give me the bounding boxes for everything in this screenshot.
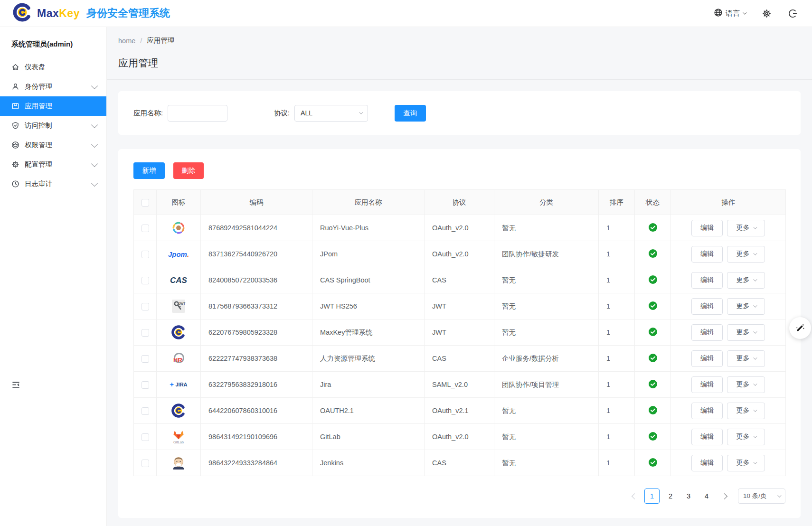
next-page-icon[interactable] [721, 493, 727, 499]
language-selector[interactable]: 语言 [714, 8, 746, 19]
app-name-input[interactable] [168, 105, 227, 122]
more-button[interactable]: 更多 [727, 220, 765, 236]
more-button[interactable]: 更多 [727, 403, 765, 419]
edit-button[interactable]: 编辑 [691, 298, 723, 315]
row-checkbox[interactable] [142, 460, 149, 467]
chevron-down-icon [91, 121, 98, 128]
page-button-2[interactable]: 2 [663, 488, 678, 504]
top-header: MaxKey 身份安全管理系统 语言 [0, 0, 812, 27]
row-checkbox[interactable] [142, 251, 149, 258]
logout-button[interactable] [788, 9, 798, 19]
sidebar-item-6[interactable]: 日志审计 [0, 174, 106, 194]
delete-button[interactable]: 删除 [173, 162, 204, 179]
chevron-down-icon [753, 225, 757, 229]
breadcrumb-home-link[interactable]: home [118, 37, 135, 45]
select-all-checkbox[interactable] [142, 199, 149, 207]
protocol-cell: CAS [425, 450, 494, 476]
sidebar-item-5[interactable]: 配置管理 [0, 155, 106, 174]
row-checkbox[interactable] [142, 381, 149, 389]
page-button-1[interactable]: 1 [644, 488, 660, 504]
settings-button[interactable] [762, 9, 772, 19]
page-button-3[interactable]: 3 [681, 488, 696, 504]
actions-cell: 编辑 更多 [671, 293, 786, 319]
edit-button[interactable]: 编辑 [691, 246, 723, 263]
menu-fold-icon [11, 380, 20, 389]
edit-button[interactable]: 编辑 [691, 429, 723, 445]
more-button[interactable]: 更多 [727, 272, 765, 289]
protocol-select[interactable]: ALL [294, 105, 368, 122]
toolbar: 新增 删除 [133, 162, 785, 179]
more-button[interactable]: 更多 [727, 455, 765, 471]
sidebar-item-label: 权限管理 [25, 141, 92, 150]
chevron-down-icon [753, 460, 757, 464]
sidebar-item-label: 身份管理 [25, 82, 92, 91]
add-button[interactable]: 新增 [133, 162, 165, 179]
table-header-row: 图标 编码 应用名称 协议 分类 排序 状态 操作 [134, 190, 786, 215]
row-select-cell [134, 293, 157, 319]
sidebar-item-3[interactable]: 访问控制 [0, 116, 106, 135]
more-button[interactable]: 更多 [727, 350, 765, 367]
search-button[interactable]: 查询 [395, 105, 426, 122]
row-checkbox[interactable] [142, 329, 149, 337]
chevron-down-icon [753, 329, 757, 333]
jpom-app-icon: Jpom. [157, 251, 200, 258]
status-cell [635, 215, 671, 241]
more-button[interactable]: 更多 [727, 376, 765, 393]
chevron-down-icon [91, 141, 98, 147]
row-checkbox[interactable] [142, 433, 149, 441]
row-checkbox[interactable] [142, 303, 149, 310]
app-code-cell: 986432249333284864 [201, 450, 312, 476]
more-button[interactable]: 更多 [727, 324, 765, 341]
sidebar-item-4[interactable]: 权限管理 [0, 135, 106, 155]
prev-page-icon[interactable] [632, 493, 638, 499]
row-checkbox[interactable] [142, 277, 149, 284]
sidebar: 系统管理员(admin) 仪表盘 身份管理 应用管理 访问控制 权限管理 配置管… [0, 27, 107, 526]
maxkey-logo-icon [12, 2, 32, 24]
actions-cell: 编辑 更多 [671, 450, 786, 476]
sidebar-item-0[interactable]: 仪表盘 [0, 57, 106, 77]
magic-wand-fab[interactable] [789, 317, 811, 339]
row-checkbox[interactable] [142, 407, 149, 415]
chevron-down-icon [753, 382, 757, 385]
page-button-4[interactable]: 4 [699, 488, 714, 504]
status-cell [635, 319, 671, 346]
globe-icon [714, 8, 723, 19]
sidebar-item-label: 日志审计 [25, 179, 92, 188]
edit-button[interactable]: 编辑 [691, 324, 723, 341]
app-name-cell: JWT HS256 [312, 293, 425, 319]
app-code-cell: 622227747938373638 [201, 346, 312, 372]
column-header-sort: 排序 [599, 190, 635, 215]
edit-button[interactable]: 编辑 [691, 403, 723, 419]
app-name-cell: MaxKey管理系统 [312, 319, 425, 346]
sidebar-collapse-button[interactable] [11, 380, 20, 391]
edit-button[interactable]: 编辑 [691, 350, 723, 367]
sidebar-item-1[interactable]: 身份管理 [0, 77, 106, 96]
row-select-cell [134, 215, 157, 241]
row-checkbox[interactable] [142, 355, 149, 363]
magic-wand-icon [794, 322, 806, 334]
page-size-select[interactable]: 10 条/页 [738, 488, 785, 504]
svg-text:HR: HR [173, 357, 182, 364]
more-button[interactable]: 更多 [727, 246, 765, 263]
row-select-cell [134, 450, 157, 476]
more-button[interactable]: 更多 [727, 429, 765, 445]
protocol-cell: SAML_v2.0 [425, 372, 494, 398]
workspace: 系统管理员(admin) 仪表盘 身份管理 应用管理 访问控制 权限管理 配置管… [0, 27, 812, 526]
page-size-value: 10 条/页 [743, 492, 767, 500]
column-header-status: 状态 [635, 190, 671, 215]
brand-key: Key [59, 7, 80, 19]
edit-button[interactable]: 编辑 [691, 455, 723, 471]
status-cell [635, 372, 671, 398]
sidebar-item-label: 配置管理 [25, 160, 92, 169]
column-header-icon: 图标 [157, 190, 201, 215]
more-button[interactable]: 更多 [727, 298, 765, 315]
sidebar-item-2[interactable]: 应用管理 [0, 96, 106, 116]
app-icon-cell: GitLab [157, 424, 201, 450]
row-checkbox[interactable] [142, 225, 149, 232]
edit-button[interactable]: 编辑 [691, 220, 723, 236]
protocol-cell: OAuth_v2.0 [425, 424, 494, 450]
actions-cell: 编辑 更多 [671, 346, 786, 372]
edit-button[interactable]: 编辑 [691, 376, 723, 393]
sort-cell: 1 [599, 319, 635, 346]
edit-button[interactable]: 编辑 [691, 272, 723, 289]
